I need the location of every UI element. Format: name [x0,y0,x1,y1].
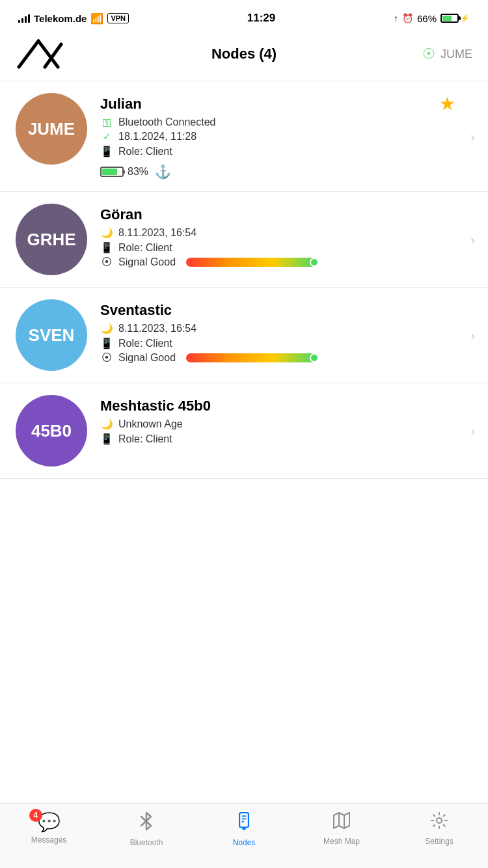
alarm-icon: ⏰ [402,13,413,23]
connection-label: JUME [441,47,472,61]
node-info-meshtastic: Meshtastic 45b0 🌙 Unknown Age 📱 Role: Cl… [100,395,472,448]
star-icon-julian[interactable]: ★ [439,93,455,115]
node-name-meshtastic: Meshtastic 45b0 [100,398,472,414]
mesh-map-tab-icon [332,811,351,834]
location-icon: ↑ [394,13,398,23]
bluetooth-icon: ⚿ [100,117,113,128]
tab-bluetooth[interactable]: Bluetooth [98,811,195,847]
tab-mesh-map[interactable]: Mesh Map [293,811,390,846]
wifi-signal-icon: ☉ [422,46,435,62]
chevron-meshtastic: › [470,424,475,439]
battery-percent: 66% [417,13,437,24]
battery-small-julian: 83% [100,166,148,178]
bt-connected-label: Bluetooth Connected [118,116,215,128]
node-item-julian[interactable]: JUME Julian ⚿ Bluetooth Connected ✓ 18.1… [0,81,488,192]
node-role-row-goran: 📱 Role: Client [100,241,472,254]
page-title: Nodes (4) [211,46,277,62]
bluetooth-icon-svg [138,811,155,831]
node-ts-row-sventastic: 🌙 8.11.2023, 16:54 [100,323,472,334]
node-item-goran[interactable]: GRHE Göran 🌙 8.11.2023, 16:54 📱 Role: Cl… [0,192,488,288]
tab-label-nodes: Nodes [233,838,256,847]
node-info-sventastic: Sventastic 🌙 8.11.2023, 16:54 📱 Role: Cl… [100,299,472,366]
signal-icon-goran: ⦿ [100,256,113,268]
node-name-goran: Göran [100,206,472,223]
node-timestamp-meshtastic: Unknown Age [118,418,183,430]
node-role-goran: Role: Client [118,242,172,254]
node-role-sventastic: Role: Client [118,338,172,349]
phone-vibrate-icon-goran: 📱 [100,241,113,254]
carrier-label: Telekom.de [34,13,87,24]
node-ts-row-goran: 🌙 8.11.2023, 16:54 [100,227,472,239]
signal-bars-icon [18,14,30,23]
moon-icon-meshtastic: 🌙 [100,418,113,430]
check-icon: ✓ [100,131,113,142]
node-info-julian: Julian ⚿ Bluetooth Connected ✓ 18.1.2024… [100,93,472,180]
tab-label-mesh-map: Mesh Map [323,837,360,846]
node-timestamp-julian: 18.1.2024, 11:28 [118,131,197,142]
chevron-julian: › [470,129,475,144]
tab-bar: 💬 4 Messages Bluetooth Nodes [0,803,488,868]
phone-vibrate-icon: 📱 [100,145,113,157]
battery-icon: ⚡ [441,14,470,23]
battery-small-icon [100,167,124,177]
chevron-sventastic: › [470,328,475,343]
signal-label-goran: Signal Good [118,256,176,268]
svg-point-7 [242,827,245,830]
signal-bar-sventastic [186,353,316,362]
node-signal-row-sventastic: ⦿ Signal Good [100,352,472,364]
nodes-icon-svg [236,811,252,831]
nodes-list: JUME Julian ⚿ Bluetooth Connected ✓ 18.1… [0,81,488,479]
app-logo [16,38,74,70]
node-bt-row-julian: ⚿ Bluetooth Connected [100,116,472,128]
tab-settings[interactable]: Settings [390,811,488,846]
node-signal-row-goran: ⦿ Signal Good [100,256,472,268]
node-name-julian: Julian [100,96,472,113]
node-ts-row-julian: ✓ 18.1.2024, 11:28 [100,131,472,142]
avatar-goran: GRHE [16,204,87,275]
messages-badge: 4 [29,809,42,822]
messages-tab-icon: 💬 4 [38,811,61,833]
vpn-badge: VPN [107,13,129,23]
phone-vibrate-icon-sventastic: 📱 [100,337,113,349]
anchor-icon: ⚓ [155,164,171,180]
node-info-goran: Göran 🌙 8.11.2023, 16:54 📱 Role: Client … [100,204,472,271]
tab-label-bluetooth: Bluetooth [130,838,163,847]
battery-pct-julian: 83% [128,166,148,178]
header-connection[interactable]: ☉ JUME [414,46,472,62]
moon-icon-sventastic: 🌙 [100,323,113,334]
gear-icon-svg [430,811,448,830]
node-role-julian: Role: Client [118,146,172,157]
logo-svg [16,38,68,70]
signal-label-sventastic: Signal Good [118,352,176,364]
phone-vibrate-icon-meshtastic: 📱 [100,433,113,445]
node-timestamp-sventastic: 8.11.2023, 16:54 [118,323,197,334]
svg-line-0 [19,41,38,67]
node-role-row-meshtastic: 📱 Role: Client [100,433,472,445]
svg-point-10 [437,818,442,823]
avatar-sventastic: SVEN [16,299,87,371]
node-timestamp-goran: 8.11.2023, 16:54 [118,227,197,239]
node-ts-row-meshtastic: 🌙 Unknown Age [100,418,472,430]
bluetooth-tab-icon [138,811,155,835]
avatar-julian: JUME [16,93,87,165]
tab-nodes[interactable]: Nodes [195,811,293,847]
signal-bar-goran [186,258,316,267]
header: Nodes (4) ☉ JUME [0,33,488,81]
status-right: ↑ ⏰ 66% ⚡ [394,13,470,24]
signal-icon-sventastic: ⦿ [100,352,113,364]
svg-rect-3 [239,813,249,828]
tab-messages[interactable]: 💬 4 Messages [0,811,98,845]
node-name-sventastic: Sventastic [100,302,472,319]
status-bar: Telekom.de 📶 VPN 11:29 ↑ ⏰ 66% ⚡ [0,0,488,33]
node-role-row-julian: 📱 Role: Client [100,145,472,157]
chevron-goran: › [470,232,475,247]
settings-tab-icon [430,811,448,834]
node-item-meshtastic[interactable]: 45B0 Meshtastic 45b0 🌙 Unknown Age 📱 Rol… [0,383,488,479]
node-item-sventastic[interactable]: SVEN Sventastic 🌙 8.11.2023, 16:54 📱 Rol… [0,288,488,383]
avatar-meshtastic: 45B0 [16,395,87,467]
nodes-tab-icon [236,811,252,835]
status-time: 11:29 [247,12,275,25]
node-extra-julian: 83% ⚓ [100,164,472,180]
tab-label-messages: Messages [31,835,67,845]
moon-icon-goran: 🌙 [100,227,113,239]
